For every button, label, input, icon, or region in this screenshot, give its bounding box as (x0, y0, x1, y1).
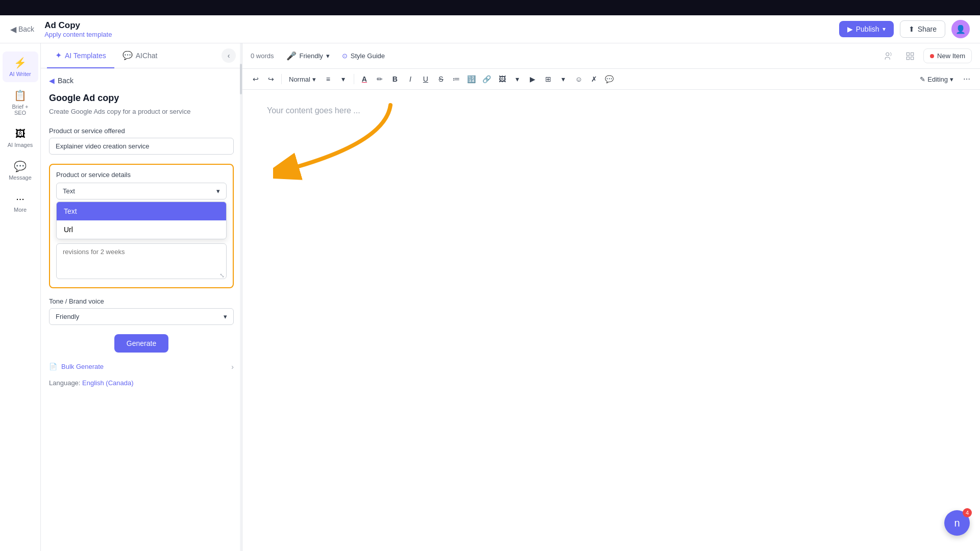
apply-template-link[interactable]: Apply content template (44, 31, 839, 38)
product-service-group: Product or service offered (49, 127, 234, 155)
users-icon-btn[interactable] (880, 48, 897, 64)
word-count: 0 words (251, 52, 274, 60)
svg-rect-4 (911, 57, 914, 59)
product-input[interactable] (49, 138, 234, 155)
details-dropdown[interactable]: Text ▾ (56, 183, 227, 199)
bulk-generate-arrow-icon: › (231, 363, 234, 371)
sidebar-item-brief-seo[interactable]: 📋 Brief + SEO (3, 84, 38, 121)
link-button[interactable]: 🔗 (480, 72, 494, 86)
grid-icon-btn[interactable] (902, 48, 918, 64)
tone-dropdown-chevron-icon: ▾ (224, 313, 227, 320)
table-button[interactable]: ⊞ (541, 72, 555, 86)
sidebar-item-ai-writer[interactable]: ⚡ AI Writer (3, 52, 38, 82)
toolbar-divider-2 (354, 74, 354, 84)
redo-button[interactable]: ↪ (264, 72, 278, 86)
sidebar-item-ai-writer-label: AI Writer (9, 71, 31, 77)
publish-caret-icon: ▾ (883, 26, 886, 33)
editor-area: 0 words 🎤 Friendly ▾ ⊙ Style Guide (242, 43, 980, 551)
numbered-list-button[interactable]: 🔢 (464, 72, 479, 86)
template-back-arrow-icon: ◀ (49, 77, 55, 85)
new-item-button[interactable]: New Item (923, 48, 972, 63)
editor-placeholder: Your content goes here ... (267, 106, 955, 115)
details-dropdown-value: Text (63, 187, 75, 195)
bulk-generate-row[interactable]: 📄 Bulk Generate › (49, 361, 234, 373)
style-dropdown[interactable]: Normal ▾ (285, 73, 320, 85)
sidebar-item-more[interactable]: ··· More (3, 188, 38, 218)
sidebar-item-ai-images[interactable]: 🖼 AI Images (3, 123, 38, 153)
svg-rect-1 (906, 53, 909, 55)
share-label: Share (918, 25, 937, 33)
tab-aichat[interactable]: 💬 AIChat (114, 43, 166, 68)
template-description: Create Google Ads copy for a product or … (49, 107, 234, 117)
sidebar-item-brief-seo-label: Brief + SEO (7, 104, 34, 116)
avatar[interactable]: 👤 (951, 20, 970, 38)
tone-selector[interactable]: 🎤 Friendly ▾ (282, 49, 334, 63)
ai-images-icon: 🖼 (15, 128, 26, 140)
table-chevron-button[interactable]: ▾ (556, 72, 571, 86)
image-chevron-button[interactable]: ▾ (510, 72, 525, 86)
tone-dropdown[interactable]: Friendly ▾ (49, 308, 234, 325)
bold-button[interactable]: B (388, 72, 402, 86)
sidebar-item-more-label: More (14, 207, 27, 213)
image-button[interactable]: 🖼 (495, 72, 509, 86)
language-label: Language: (49, 379, 80, 387)
chat-notification-badge: 4 (963, 508, 972, 517)
panel: ✦ AI Templates 💬 AIChat ‹ ◀ Back Google … (41, 43, 242, 551)
left-sidebar: ⚡ AI Writer 📋 Brief + SEO 🖼 AI Images 💬 … (0, 43, 41, 551)
style-chevron-icon: ▾ (312, 76, 316, 83)
dropdown-option-url[interactable]: Url (57, 220, 226, 239)
aichat-tab-icon: 💬 (122, 51, 133, 60)
details-textarea[interactable] (56, 243, 227, 279)
microphone-icon: 🎤 (286, 51, 297, 61)
strikethrough-button[interactable]: S (434, 72, 448, 86)
bullet-list-button[interactable]: ≔ (449, 72, 463, 86)
share-icon: ⬆ (909, 25, 915, 33)
align-chevron-button[interactable]: ▾ (336, 72, 351, 86)
tone-chevron-icon: ▾ (326, 52, 330, 60)
dropdown-option-text[interactable]: Text (57, 202, 226, 220)
emoji-button[interactable]: ☺ (572, 72, 586, 86)
italic-button[interactable]: I (403, 72, 418, 86)
sidebar-item-message-label: Message (9, 174, 32, 181)
style-guide[interactable]: ⊙ Style Guide (342, 52, 385, 60)
editor-topbar-right: New Item (880, 48, 972, 64)
editing-dropdown[interactable]: ✎ Editing ▾ (915, 73, 959, 85)
style-guide-icon: ⊙ (342, 52, 348, 60)
play-button[interactable]: ▶ (526, 72, 540, 86)
page-title: Ad Copy (44, 20, 839, 31)
svg-point-0 (886, 53, 889, 56)
undo-button[interactable]: ↩ (249, 72, 263, 86)
editor-content[interactable]: Your content goes here ... (242, 90, 980, 551)
top-bar: ◀ Back Ad Copy Apply content template ▶ … (0, 15, 980, 43)
more-menu-button[interactable]: ⋯ (960, 72, 974, 86)
comment-button[interactable]: 💬 (602, 72, 617, 86)
collapse-panel-button[interactable]: ‹ (222, 48, 236, 63)
align-button[interactable]: ≡ (321, 72, 335, 86)
ai-templates-tab-icon: ✦ (55, 51, 62, 60)
panel-tabs: ✦ AI Templates 💬 AIChat ‹ (41, 43, 242, 68)
style-label: Normal (289, 76, 310, 83)
style-guide-label: Style Guide (351, 52, 385, 60)
toolbar: ↩ ↪ Normal ▾ ≡ ▾ A ✏ B I U S ≔ 🔢 🔗 🖼 ▾ ▶… (242, 69, 980, 90)
editor-topbar: 0 words 🎤 Friendly ▾ ⊙ Style Guide (242, 43, 980, 69)
publish-button[interactable]: ▶ Publish ▾ (839, 21, 894, 37)
chat-widget[interactable]: n 4 (944, 510, 970, 536)
highlight-button[interactable]: ✏ (373, 72, 387, 86)
bulk-generate-left: 📄 Bulk Generate (49, 363, 104, 370)
share-button[interactable]: ⬆ Share (900, 20, 945, 38)
aichat-tab-label: AIChat (136, 52, 158, 60)
tab-ai-templates[interactable]: ✦ AI Templates (47, 43, 114, 68)
more-options-button[interactable]: ✗ (587, 72, 601, 86)
bulk-generate-label: Bulk Generate (61, 363, 104, 370)
publish-icon: ▶ (847, 25, 853, 33)
template-back-link[interactable]: ◀ Back (49, 77, 234, 85)
resize-handle-icon: ⤡ (219, 272, 225, 279)
back-button[interactable]: ◀ Back (10, 24, 34, 34)
tone-label: Tone / Brand voice (49, 297, 234, 305)
language-link[interactable]: English (Canada) (82, 379, 133, 387)
font-color-button[interactable]: A (357, 72, 372, 86)
generate-button[interactable]: Generate (114, 334, 168, 353)
underline-button[interactable]: U (419, 72, 433, 86)
chat-widget-icon: n (954, 517, 960, 529)
sidebar-item-message[interactable]: 💬 Message (3, 155, 38, 186)
